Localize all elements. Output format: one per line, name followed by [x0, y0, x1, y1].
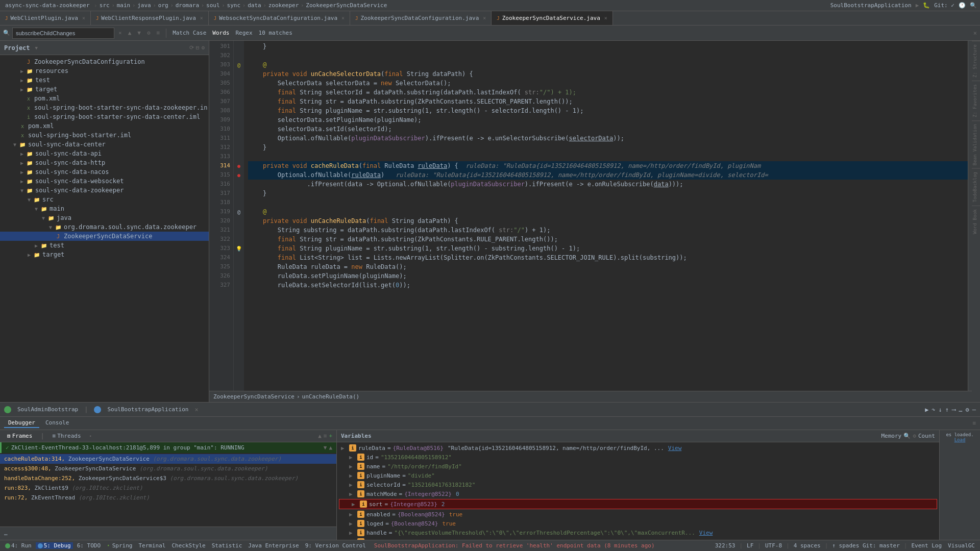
panel-dropdown-icon[interactable]: ▼ [35, 45, 38, 51]
filter-btn[interactable]: ≡ [155, 29, 162, 37]
evaluate-expr-btn[interactable]: … [4, 530, 8, 537]
status-spring[interactable]: ⋆ Spring [105, 542, 134, 549]
frame-item-1[interactable]: access$300:48, ZookeeperSyncDataService … [0, 464, 336, 473]
words-option[interactable]: Words [210, 30, 231, 36]
tree-item-target[interactable]: ▶ 📁 target [0, 85, 209, 94]
frame-item-4[interactable]: run:72, ZkEventThread (org.I0Itec.zkclie… [0, 493, 336, 503]
editor-scrollbar[interactable] [968, 41, 972, 391]
view-ruledata-link[interactable]: View [668, 445, 682, 452]
tab-webclient-response[interactable]: J WebClientResponsePlugin.java × [91, 11, 209, 25]
status-linesep[interactable]: LF [745, 542, 755, 549]
tree-item-test2[interactable]: ▶ 📁 test [0, 241, 209, 250]
search-icon-top[interactable]: 🔍 [970, 2, 977, 9]
tree-item-org-dromara[interactable]: ▼ 📁 org.dromara.soul.sync.data.zookeeper [0, 222, 209, 232]
next-match-btn[interactable]: ▼ [135, 29, 143, 37]
load-link[interactable]: Load [954, 437, 966, 442]
tab-websocket-config[interactable]: J WebsocketSyncDataConfiguration.java × [209, 11, 350, 25]
tab-debugger[interactable]: Debugger [4, 418, 39, 428]
frame-item-3[interactable]: run:823, ZkClient$9 (org.I0Itec.zkclient… [0, 483, 336, 493]
status-statistic[interactable]: Statistic [210, 542, 244, 549]
sync-tool[interactable]: ⟳ [189, 44, 194, 51]
run-btn[interactable]: ▶ [916, 2, 919, 9]
tree-item-resources[interactable]: ▶ 📁 resources [0, 66, 209, 76]
debug-settings-btn[interactable]: ⚙ [966, 406, 969, 413]
status-position[interactable]: 322:53 [713, 542, 738, 549]
prev-match-btn[interactable]: ▲ [126, 29, 134, 37]
debug-btn-top[interactable]: 🐛 [923, 2, 930, 9]
status-event-log[interactable]: Event Log [909, 542, 944, 549]
vert-tab-favorites[interactable]: Z: Favorites [972, 81, 980, 120]
frames-up-btn[interactable]: ▲ [318, 433, 322, 439]
tree-item-soul-sync-data-websocket[interactable]: ▶ 📁 soul-sync-data-websocket [0, 177, 209, 186]
status-indentation[interactable]: 4 spaces [792, 542, 823, 549]
thread-up-arrow[interactable]: ▲ [329, 444, 332, 451]
var-enabled[interactable]: ▶ i enabled = {Boolean@8524} true [337, 510, 939, 519]
tree-item-target2[interactable]: ▶ 📁 target [0, 250, 209, 259]
tree-item-zookeeperservice[interactable]: J ZookeeperSyncDataService [0, 232, 209, 241]
settings-tool[interactable]: ⚙ [201, 44, 205, 51]
frames-add-btn[interactable]: + [329, 433, 332, 439]
tree-item-soul-sync-data-nacos[interactable]: ▶ 📁 soul-sync-data-nacos [0, 167, 209, 177]
match-case-option[interactable]: Match Case [170, 30, 208, 36]
step-into-btn[interactable]: ↓ [939, 406, 942, 413]
status-run[interactable]: 4: Run [3, 542, 34, 549]
status-java-enterprise[interactable]: Java Enterprise [246, 542, 301, 549]
tree-item-src[interactable]: ▼ 📁 src [0, 195, 209, 204]
tree-item-soul-boot-starter[interactable]: x soul-spring-boot-starter.iml [0, 131, 209, 140]
var-name[interactable]: ▶ i name = "/http/order/findById" [337, 462, 939, 471]
var-pluginname[interactable]: ▶ i pluginName = "divide" [337, 471, 939, 480]
status-git[interactable]: ↑ spades Git: master [830, 542, 901, 549]
resume-btn[interactable]: ▶ [925, 406, 928, 413]
var-matchmode[interactable]: ▶ i matchMode = {Integer@8522} 0 [337, 489, 939, 498]
var-loged[interactable]: ▶ i loged = {Boolean@8524} true [337, 519, 939, 528]
var-conditiondatalist[interactable]: ▶ i conditionDataList = {ArrayList@8526}… [337, 537, 939, 540]
frame-item-0[interactable]: cacheRuleData:314, ZookeeperSyncDataServ… [0, 454, 336, 464]
tab-zookeeper-config[interactable]: J ZookeeperSyncDataConfiguration.java × [350, 11, 492, 25]
var-id[interactable]: ▶ i id = "1352160464805158912" [337, 453, 939, 462]
debug-filter-btn[interactable]: ≡ [972, 420, 976, 427]
tree-item-pom2[interactable]: x pom.xml [0, 121, 209, 131]
search-options-btn[interactable]: ⚙ [145, 29, 153, 37]
threads-tab[interactable]: ≡ Threads [50, 432, 84, 440]
tab-close-websocket[interactable]: × [341, 15, 345, 21]
tab-console[interactable]: Console [41, 418, 73, 428]
var-ruledata[interactable]: ▶ i ruleData = {RuleData@8516} "RuleData… [337, 443, 939, 453]
run-cursor-btn[interactable]: ⟶ [952, 406, 955, 413]
tree-item-soul-sync-data-zookeeper[interactable]: ▼ 📁 soul-sync-data-zookeeper [0, 186, 209, 195]
tree-item-soul-sync-data-api[interactable]: ▶ 📁 soul-sync-data-api [0, 149, 209, 158]
step-out-btn[interactable]: ↑ [945, 406, 949, 413]
code-content[interactable]: } @ private void unCacheSelectorData(fin… [244, 41, 968, 391]
view-handle-link[interactable]: View [699, 530, 713, 536]
vert-tab-bean-validation[interactable]: Bean Validation [972, 120, 980, 168]
vert-tab-todo-backlog[interactable]: TodoBacklog [972, 168, 980, 206]
tree-item-java[interactable]: ▼ 📁 java [0, 213, 209, 222]
tree-item-pom1[interactable]: x pom.xml [0, 94, 209, 103]
status-terminal[interactable]: Terminal [136, 542, 167, 549]
tab-close-zkconfig[interactable]: × [483, 15, 486, 21]
clear-search-btn[interactable]: × [116, 29, 124, 37]
tab-close-zkservice[interactable]: × [604, 15, 607, 21]
collapse-tool[interactable]: ⊟ [196, 44, 200, 51]
code-editor[interactable]: 301 302 303 304 305 306 307 308 309 310 … [209, 41, 972, 391]
status-visualgc[interactable]: VisualGC [946, 542, 977, 549]
var-handle[interactable]: ▶ i handle = "{\"requestVolumeThreshold\… [337, 528, 939, 537]
frames-filter-btn[interactable]: ≡ [324, 433, 327, 439]
var-selectorid[interactable]: ▶ i selectorId = "135216041763182182" [337, 480, 939, 489]
vert-tab-word-book[interactable]: Word Book [972, 206, 980, 237]
frames-tab[interactable]: ⊞ Frames [4, 432, 35, 440]
tab-close-response[interactable]: × [200, 15, 203, 21]
status-debug[interactable]: 5: Debug [36, 542, 73, 549]
tab-close-webclient[interactable]: × [82, 15, 85, 21]
var-search-btn[interactable]: 🔍 [903, 433, 911, 439]
status-todo[interactable]: 6: TODO [75, 542, 103, 549]
evaluate-btn[interactable]: … [959, 406, 962, 413]
regex-option[interactable]: Regex [233, 30, 254, 36]
step-over-btn[interactable]: ↷ [932, 406, 935, 413]
status-checkstyle[interactable]: CheckStyle [169, 542, 207, 549]
var-settings-btn[interactable]: ⚙ [913, 433, 916, 439]
tree-item-soul-sync-data-center[interactable]: ▼ 📁 soul-sync-data-center [0, 140, 209, 149]
vert-tab-structure[interactable]: Z: Structure [972, 41, 980, 81]
tree-item-soul-spring-boot[interactable]: x soul-spring-boot-starter-sync-data-zoo… [0, 103, 209, 112]
close-search-btn[interactable]: × [973, 30, 977, 37]
minimize-btn[interactable]: — [972, 406, 976, 413]
